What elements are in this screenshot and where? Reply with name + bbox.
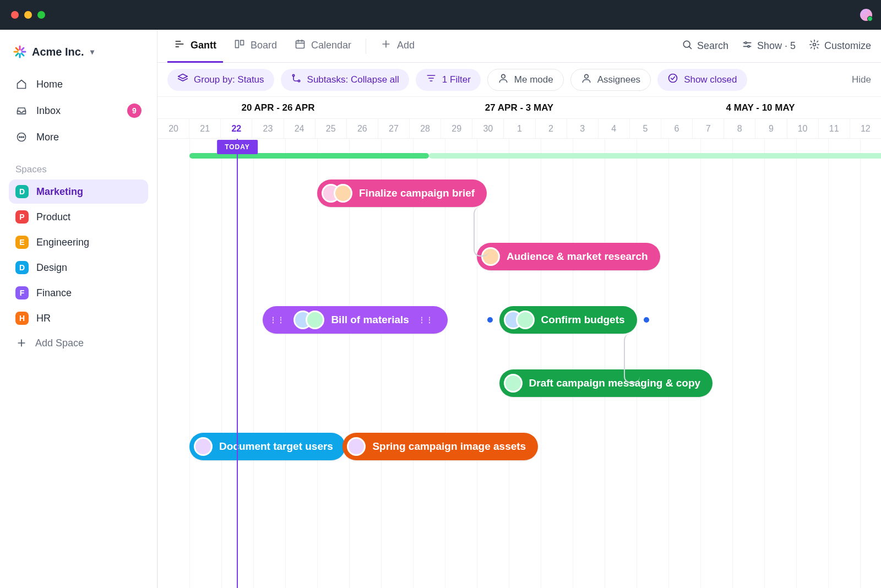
inbox-icon bbox=[15, 105, 28, 117]
space-row[interactable]: HHR bbox=[9, 306, 148, 330]
filter-bar: Group by: Status Subtasks: Collapse all … bbox=[157, 63, 881, 97]
close-window[interactable] bbox=[11, 11, 19, 19]
layers-icon bbox=[177, 73, 188, 86]
drag-grip-icon[interactable]: ⋮⋮ bbox=[267, 315, 287, 324]
pill-label: Subtasks: Collapse all bbox=[307, 74, 399, 85]
grid-column bbox=[700, 139, 701, 588]
svg-line-7 bbox=[16, 48, 18, 50]
gantt-task-bar[interactable]: Confirm budgets bbox=[499, 306, 637, 334]
gantt-task-bar[interactable]: Audience & market research bbox=[477, 243, 660, 270]
day-label: 27 bbox=[378, 119, 409, 138]
space-row[interactable]: DMarketing bbox=[9, 179, 148, 204]
titlebar bbox=[0, 0, 881, 30]
grid-column bbox=[605, 139, 605, 588]
grid-column bbox=[828, 139, 829, 588]
dependency-handle[interactable] bbox=[487, 317, 493, 323]
svg-line-6 bbox=[16, 53, 18, 56]
space-label: Product bbox=[36, 211, 70, 223]
grid-column bbox=[541, 139, 541, 588]
me-mode-pill[interactable]: Me mode bbox=[487, 69, 564, 91]
maximize-window[interactable] bbox=[37, 11, 45, 19]
svg-point-39 bbox=[584, 74, 588, 78]
day-label: 20 bbox=[157, 119, 189, 138]
main: Gantt Board Calendar Add Search bbox=[157, 30, 881, 588]
task-label: Finalize campaign brief bbox=[359, 187, 475, 199]
dependency-line bbox=[624, 334, 640, 383]
assignees-pill[interactable]: Assignees bbox=[570, 69, 651, 91]
pill-label: 1 Filter bbox=[442, 74, 471, 85]
add-space-button[interactable]: Add Space bbox=[9, 330, 148, 356]
check-circle-icon bbox=[667, 73, 678, 86]
person-icon bbox=[581, 73, 592, 86]
day-label: 6 bbox=[661, 119, 692, 138]
show-button[interactable]: Show · 5 bbox=[742, 39, 796, 53]
day-label: 24 bbox=[284, 119, 315, 138]
add-space-label: Add Space bbox=[35, 337, 84, 349]
space-row[interactable]: FFinance bbox=[9, 281, 148, 305]
add-view-button[interactable]: Add bbox=[374, 30, 421, 63]
space-badge: F bbox=[15, 286, 29, 300]
customize-button[interactable]: Customize bbox=[809, 39, 871, 53]
nav-inbox[interactable]: Inbox 9 bbox=[9, 98, 148, 123]
gantt-task-bar[interactable]: ⋮⋮Bill of materials⋮⋮ bbox=[263, 306, 448, 334]
svg-point-9 bbox=[19, 137, 20, 138]
space-badge: P bbox=[15, 210, 29, 224]
current-user-avatar[interactable] bbox=[860, 9, 872, 21]
task-label: Confirm budgets bbox=[541, 314, 625, 326]
nav-more[interactable]: More bbox=[9, 126, 148, 149]
person-icon bbox=[498, 73, 509, 86]
svg-rect-18 bbox=[241, 40, 244, 45]
space-row[interactable]: EEngineering bbox=[9, 230, 148, 254]
grid-column bbox=[157, 139, 158, 588]
task-label: Draft campaign messaging & copy bbox=[529, 377, 700, 389]
search-button[interactable]: Search bbox=[682, 39, 728, 53]
inbox-badge: 9 bbox=[127, 104, 142, 118]
tab-calendar[interactable]: Calendar bbox=[288, 30, 358, 63]
svg-point-31 bbox=[813, 43, 815, 46]
task-avatars bbox=[347, 437, 366, 456]
show-closed-pill[interactable]: Show closed bbox=[657, 69, 747, 91]
view-tabs: Gantt Board Calendar Add Search bbox=[157, 30, 881, 63]
week-label: 4 MAY - 10 MAY bbox=[640, 97, 881, 118]
space-label: Design bbox=[36, 262, 67, 274]
day-label: 2 bbox=[535, 119, 567, 138]
svg-line-26 bbox=[689, 46, 691, 48]
drag-grip-icon[interactable]: ⋮⋮ bbox=[416, 315, 436, 324]
group-by-pill[interactable]: Group by: Status bbox=[167, 69, 274, 91]
gantt-task-bar[interactable]: Spring campaign image assets bbox=[342, 433, 538, 460]
subtasks-pill[interactable]: Subtasks: Collapse all bbox=[281, 69, 409, 91]
tab-gantt[interactable]: Gantt bbox=[167, 30, 223, 63]
grid-column bbox=[796, 139, 797, 588]
svg-rect-17 bbox=[236, 40, 239, 47]
gantt-chart[interactable]: 20 APR - 26 APR27 APR - 3 MAY4 MAY - 10 … bbox=[157, 97, 881, 588]
grid-column bbox=[317, 139, 318, 588]
svg-point-40 bbox=[669, 74, 677, 83]
grid-column bbox=[860, 139, 861, 588]
day-label: 1 bbox=[503, 119, 535, 138]
svg-line-5 bbox=[21, 53, 24, 56]
space-row[interactable]: PProduct bbox=[9, 205, 148, 229]
day-label: 21 bbox=[189, 119, 220, 138]
day-label: 8 bbox=[724, 119, 755, 138]
sliders-icon bbox=[742, 39, 753, 53]
gantt-task-bar[interactable]: Document target users bbox=[189, 433, 345, 460]
hide-button[interactable]: Hide bbox=[852, 74, 871, 85]
tab-label: Gantt bbox=[191, 40, 216, 51]
space-label: Finance bbox=[36, 287, 72, 299]
dependency-handle[interactable] bbox=[644, 317, 649, 323]
chevron-down-icon: ▾ bbox=[90, 47, 94, 56]
filter-pill[interactable]: 1 Filter bbox=[416, 69, 481, 91]
gantt-task-bar[interactable]: Draft campaign messaging & copy bbox=[499, 369, 713, 397]
nav-home[interactable]: Home bbox=[9, 73, 148, 96]
tab-board[interactable]: Board bbox=[227, 30, 284, 63]
minimize-window[interactable] bbox=[24, 11, 32, 19]
workspace-switcher[interactable]: Acme Inc. ▾ bbox=[9, 41, 148, 63]
pill-label: Me mode bbox=[514, 74, 553, 85]
task-avatars bbox=[293, 311, 324, 329]
gantt-task-bar[interactable]: Finalize campaign brief bbox=[317, 179, 487, 207]
space-row[interactable]: DDesign bbox=[9, 255, 148, 280]
gantt-icon bbox=[174, 39, 185, 52]
grid-column bbox=[573, 139, 573, 588]
search-label: Search bbox=[697, 40, 728, 52]
spaces-heading: Spaces bbox=[9, 164, 148, 179]
